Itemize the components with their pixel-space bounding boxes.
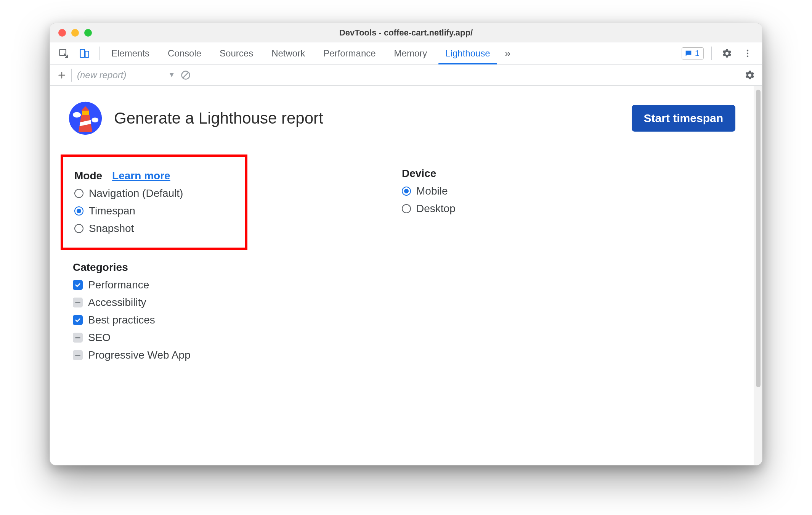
tab-label: Performance bbox=[323, 48, 376, 59]
checkbox-icon bbox=[73, 315, 83, 325]
option-label: SEO bbox=[88, 332, 111, 344]
window-controls bbox=[50, 29, 92, 37]
option-label: Best practices bbox=[88, 314, 155, 326]
category-seo[interactable]: SEO bbox=[73, 332, 402, 344]
svg-point-8 bbox=[73, 112, 81, 117]
titlebar: DevTools - coffee-cart.netlify.app/ bbox=[50, 23, 762, 42]
checkbox-icon bbox=[73, 298, 83, 307]
more-menu-icon[interactable] bbox=[740, 46, 755, 61]
tab-sources[interactable]: Sources bbox=[210, 42, 262, 64]
device-toolbar-icon[interactable] bbox=[77, 46, 92, 61]
mode-option-timespan[interactable]: Timespan bbox=[74, 205, 234, 217]
window-title: DevTools - coffee-cart.netlify.app/ bbox=[50, 28, 762, 38]
vertical-scrollbar[interactable] bbox=[754, 86, 762, 465]
tab-elements[interactable]: Elements bbox=[102, 42, 159, 64]
issues-badge[interactable]: 1 bbox=[682, 47, 704, 60]
tab-label: Lighthouse bbox=[445, 48, 490, 59]
radio-icon bbox=[74, 224, 83, 233]
checkbox-icon bbox=[73, 333, 83, 343]
option-label: Desktop bbox=[416, 203, 456, 215]
scrollbar-thumb[interactable] bbox=[756, 90, 761, 387]
lighthouse-settings-icon[interactable] bbox=[742, 68, 757, 83]
option-label: Performance bbox=[88, 279, 149, 291]
tab-memory[interactable]: Memory bbox=[385, 42, 436, 64]
radio-icon bbox=[74, 206, 83, 216]
overflow-glyph: » bbox=[505, 47, 511, 60]
svg-point-4 bbox=[747, 52, 748, 54]
svg-rect-1 bbox=[80, 49, 85, 57]
start-timespan-button[interactable]: Start timespan bbox=[632, 105, 735, 132]
svg-point-5 bbox=[747, 55, 748, 57]
tabs-overflow-button[interactable]: » bbox=[499, 47, 516, 60]
tab-console[interactable]: Console bbox=[159, 42, 210, 64]
mode-section-highlight: Mode Learn more Navigation (Default) bbox=[61, 154, 247, 250]
close-window-icon[interactable] bbox=[58, 29, 66, 37]
message-icon bbox=[684, 49, 693, 58]
category-performance[interactable]: Performance bbox=[73, 279, 402, 291]
checkbox-icon bbox=[73, 350, 83, 360]
report-selector[interactable]: (new report) ▼ bbox=[74, 70, 178, 80]
radio-icon bbox=[74, 189, 83, 198]
device-options: Mobile Desktop bbox=[402, 185, 735, 215]
tab-label: Memory bbox=[394, 48, 427, 59]
settings-icon[interactable] bbox=[719, 46, 735, 61]
mode-heading: Mode bbox=[74, 170, 102, 182]
category-best-practices[interactable]: Best practices bbox=[73, 314, 402, 326]
tab-lighthouse[interactable]: Lighthouse bbox=[436, 42, 499, 64]
chevron-down-icon: ▼ bbox=[168, 71, 175, 79]
radio-icon bbox=[402, 187, 411, 196]
device-heading: Device bbox=[402, 167, 735, 180]
divider bbox=[71, 69, 72, 82]
mode-option-snapshot[interactable]: Snapshot bbox=[74, 222, 234, 235]
clear-icon[interactable] bbox=[178, 68, 193, 83]
option-label: Progressive Web App bbox=[88, 349, 191, 361]
tab-network[interactable]: Network bbox=[262, 42, 314, 64]
tab-performance[interactable]: Performance bbox=[314, 42, 385, 64]
categories-options: Performance Accessibility bbox=[73, 279, 402, 361]
svg-point-9 bbox=[91, 117, 98, 122]
option-label: Mobile bbox=[416, 185, 448, 197]
tab-label: Console bbox=[168, 48, 201, 59]
minimize-window-icon[interactable] bbox=[71, 29, 79, 37]
inspect-element-icon[interactable] bbox=[56, 46, 71, 61]
option-label: Snapshot bbox=[89, 222, 134, 235]
svg-point-3 bbox=[747, 50, 748, 51]
lighthouse-panel: Generate a Lighthouse report Start times… bbox=[50, 86, 754, 465]
svg-rect-2 bbox=[85, 51, 88, 57]
badge-count: 1 bbox=[695, 48, 700, 58]
svg-rect-10 bbox=[82, 111, 89, 115]
option-label: Timespan bbox=[89, 205, 135, 217]
devtools-window: DevTools - coffee-cart.netlify.app/ bbox=[50, 23, 762, 465]
devtools-tabbar: Elements Console Sources Network Perform… bbox=[50, 42, 762, 64]
device-option-mobile[interactable]: Mobile bbox=[402, 185, 735, 197]
mode-option-navigation[interactable]: Navigation (Default) bbox=[74, 187, 234, 200]
panel-tabs: Elements Console Sources Network Perform… bbox=[102, 42, 499, 64]
lighthouse-logo-icon bbox=[68, 101, 103, 135]
option-label: Accessibility bbox=[88, 296, 146, 309]
category-pwa[interactable]: Progressive Web App bbox=[73, 349, 402, 361]
categories-heading: Categories bbox=[73, 261, 402, 274]
category-accessibility[interactable]: Accessibility bbox=[73, 296, 402, 309]
page-title: Generate a Lighthouse report bbox=[114, 109, 323, 127]
mode-options: Navigation (Default) Timespan Snapshot bbox=[74, 187, 234, 235]
new-report-button[interactable] bbox=[55, 68, 69, 82]
report-selector-label: (new report) bbox=[77, 70, 126, 80]
divider bbox=[99, 47, 100, 60]
radio-icon bbox=[402, 204, 411, 213]
lighthouse-toolbar: (new report) ▼ bbox=[50, 64, 762, 86]
option-label: Navigation (Default) bbox=[89, 187, 183, 200]
checkbox-icon bbox=[73, 280, 83, 290]
learn-more-link[interactable]: Learn more bbox=[112, 170, 170, 182]
maximize-window-icon[interactable] bbox=[84, 29, 92, 37]
divider bbox=[711, 47, 712, 60]
tab-label: Network bbox=[271, 48, 305, 59]
tab-label: Sources bbox=[220, 48, 253, 59]
device-option-desktop[interactable]: Desktop bbox=[402, 203, 735, 215]
tab-label: Elements bbox=[111, 48, 149, 59]
